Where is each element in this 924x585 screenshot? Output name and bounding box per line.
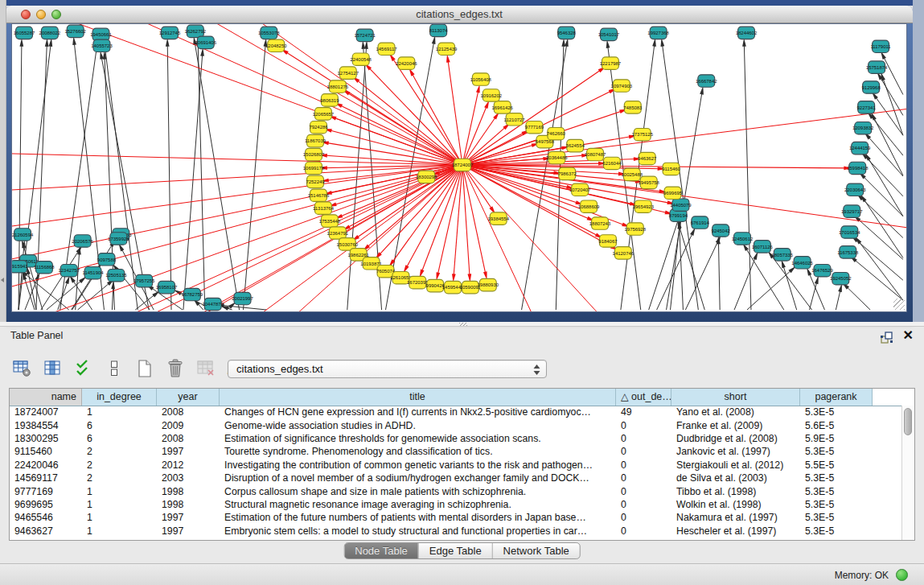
table-cell[interactable]: 0 bbox=[616, 499, 671, 510]
network-window-titlebar[interactable]: citations_edges.txt bbox=[6, 6, 913, 23]
table-cell[interactable]: 2012 bbox=[157, 459, 220, 471]
table-cell[interactable]: Structural magnetic resonance image aver… bbox=[220, 499, 616, 510]
table-cell[interactable]: Franke et al. (2009) bbox=[671, 420, 800, 431]
table-cell[interactable]: 5.3E-5 bbox=[800, 446, 873, 457]
table-cell[interactable]: 1 bbox=[82, 525, 157, 537]
table-cell[interactable]: 5.3E-5 bbox=[800, 512, 873, 523]
column-header-in_degree[interactable]: in_degree bbox=[82, 389, 157, 406]
table-cell[interactable]: 0 bbox=[616, 512, 671, 523]
table-cell[interactable]: 1997 bbox=[157, 525, 220, 537]
table-cell[interactable]: 5.6E-5 bbox=[800, 420, 873, 431]
table-cell[interactable]: 0 bbox=[616, 525, 671, 537]
table-cell[interactable]: 1997 bbox=[157, 512, 220, 523]
table-cell[interactable]: 1 bbox=[82, 512, 157, 523]
close-window-button[interactable] bbox=[21, 10, 31, 19]
table-cell[interactable]: Embryonic stem cells: a model to study s… bbox=[220, 525, 616, 537]
table-cell[interactable]: Estimation of the future numbers of pati… bbox=[220, 512, 616, 523]
table-select-dropdown[interactable]: citations_edges.txt bbox=[228, 360, 547, 378]
split-collapse-icon[interactable] bbox=[1, 278, 4, 282]
table-cell[interactable]: Tibbo et al. (1998) bbox=[671, 486, 800, 497]
table-row[interactable]: 969969511998Structural magnetic resonanc… bbox=[10, 498, 901, 511]
table-cell[interactable]: 0 bbox=[616, 459, 671, 471]
show-columns-button[interactable] bbox=[42, 358, 64, 379]
table-cell[interactable]: 2008 bbox=[157, 433, 220, 444]
select-all-button[interactable] bbox=[72, 358, 94, 379]
table-cell[interactable]: 9699695 bbox=[10, 499, 82, 510]
table-cell[interactable]: 1997 bbox=[157, 446, 220, 457]
table-cell[interactable]: 2 bbox=[82, 446, 157, 457]
table-cell[interactable]: 22420046 bbox=[10, 459, 82, 471]
table-cell[interactable]: 0 bbox=[616, 472, 671, 484]
table-cell[interactable]: Hescheler et al. (1997) bbox=[671, 525, 800, 537]
table-row[interactable]: 2242004622012Investigating the contribut… bbox=[10, 459, 901, 472]
table-row[interactable]: 1872400712008Changes of HCN gene express… bbox=[10, 406, 901, 418]
table-cell[interactable]: 9465546 bbox=[10, 512, 82, 523]
table-cell[interactable]: 18300295 bbox=[10, 433, 82, 444]
table-cell[interactable]: Estimation of significance thresholds fo… bbox=[220, 433, 616, 444]
table-cell[interactable]: 0 bbox=[616, 446, 671, 457]
table-cell[interactable]: Genome-wide association studies in ADHD. bbox=[220, 420, 616, 431]
table-cell[interactable]: 5.3E-5 bbox=[800, 472, 873, 484]
table-cell[interactable]: 2003 bbox=[157, 472, 220, 484]
table-cell[interactable]: 5.3E-5 bbox=[800, 525, 873, 537]
table-cell[interactable]: 49 bbox=[616, 406, 671, 418]
tab-node-table[interactable]: Node Table bbox=[344, 543, 419, 558]
column-header-pagerank[interactable]: pagerank bbox=[800, 389, 873, 406]
tab-edge-table[interactable]: Edge Table bbox=[419, 543, 493, 558]
delete-column-button[interactable] bbox=[164, 358, 186, 379]
table-row[interactable]: 911546021997Tourette syndrome. Phenomeno… bbox=[10, 445, 901, 458]
table-cell[interactable]: 5.3E-5 bbox=[800, 486, 873, 497]
table-cell[interactable]: 9777169 bbox=[10, 486, 82, 497]
table-cell[interactable]: Nakamura et al. (1997) bbox=[671, 512, 800, 523]
table-cell[interactable]: Dudbridge et al. (2008) bbox=[671, 433, 800, 444]
table-cell[interactable]: 2 bbox=[82, 472, 157, 484]
close-panel-icon[interactable]: ✕ bbox=[903, 328, 914, 343]
table-cell[interactable]: 5.9E-5 bbox=[800, 433, 873, 444]
table-cell[interactable]: Tourette syndrome. Phenomenology and cla… bbox=[220, 446, 616, 457]
table-cell[interactable]: 1998 bbox=[157, 486, 220, 497]
table-cell[interactable]: 1 bbox=[82, 499, 157, 510]
unselect-all-button[interactable] bbox=[103, 358, 125, 379]
table-cell[interactable]: 9115460 bbox=[10, 446, 82, 457]
table-row[interactable]: 946362711997Embryonic stem cells: a mode… bbox=[10, 525, 901, 538]
table-cell[interactable]: Wolkin et al. (1998) bbox=[671, 499, 800, 510]
window-resize-grip-icon[interactable] bbox=[893, 299, 905, 310]
column-header-short[interactable]: short bbox=[671, 389, 800, 406]
column-header-out_degree[interactable]: △ out_de… bbox=[616, 389, 671, 406]
table-cell[interactable]: 9463627 bbox=[10, 525, 82, 537]
new-column-button[interactable] bbox=[133, 358, 155, 379]
column-header-name[interactable]: name bbox=[10, 389, 82, 406]
divider-grip-icon[interactable] bbox=[459, 323, 467, 326]
table-cell[interactable]: 19384554 bbox=[10, 420, 82, 431]
table-cell[interactable]: 5.3E-5 bbox=[800, 406, 873, 418]
table-row[interactable]: 946554611997Estimation of the future num… bbox=[10, 511, 901, 524]
table-cell[interactable]: 14569117 bbox=[10, 472, 82, 484]
table-cell[interactable]: Stergiakouli et al. (2012) bbox=[671, 459, 800, 471]
table-row[interactable]: 977716911998Corpus callosum shape and si… bbox=[10, 484, 901, 497]
column-header-year[interactable]: year bbox=[157, 389, 220, 406]
table-cell[interactable]: Disruption of a novel member of a sodium… bbox=[220, 472, 616, 484]
table-cell[interactable]: 5.3E-5 bbox=[800, 499, 873, 510]
table-cell[interactable]: 18724007 bbox=[10, 406, 82, 418]
float-panel-icon[interactable] bbox=[880, 331, 893, 344]
zoom-window-button[interactable] bbox=[51, 10, 61, 19]
panel-divider[interactable] bbox=[0, 322, 924, 327]
table-cell[interactable]: 2009 bbox=[157, 420, 220, 431]
table-mode-button[interactable] bbox=[11, 358, 33, 379]
table-cell[interactable]: de Silva et al. (2003) bbox=[671, 472, 800, 484]
table-cell[interactable]: 6 bbox=[82, 433, 157, 444]
table-cell[interactable]: Corpus callosum shape and size in male p… bbox=[220, 486, 616, 497]
column-header-title[interactable]: title bbox=[220, 389, 616, 406]
table-row[interactable]: 1830029562008Estimation of significance … bbox=[10, 432, 901, 445]
table-cell[interactable]: Jankovic et al. (1997) bbox=[671, 446, 800, 457]
table-cell[interactable]: Yano et al. (2008) bbox=[671, 406, 800, 418]
table-cell[interactable]: 0 bbox=[616, 433, 671, 444]
network-canvas[interactable]: 1605528720088022152766021945066112912745… bbox=[12, 24, 906, 311]
table-cell[interactable]: Investigating the contribution of common… bbox=[220, 459, 616, 471]
table-vertical-scrollbar[interactable] bbox=[901, 406, 914, 540]
scrollbar-thumb[interactable] bbox=[904, 408, 912, 435]
table-cell[interactable]: 0 bbox=[616, 420, 671, 431]
delete-table-button[interactable] bbox=[195, 358, 216, 379]
table-cell[interactable]: 2008 bbox=[157, 406, 220, 418]
table-row[interactable]: 1938455462009Genome-wide association stu… bbox=[10, 418, 901, 431]
